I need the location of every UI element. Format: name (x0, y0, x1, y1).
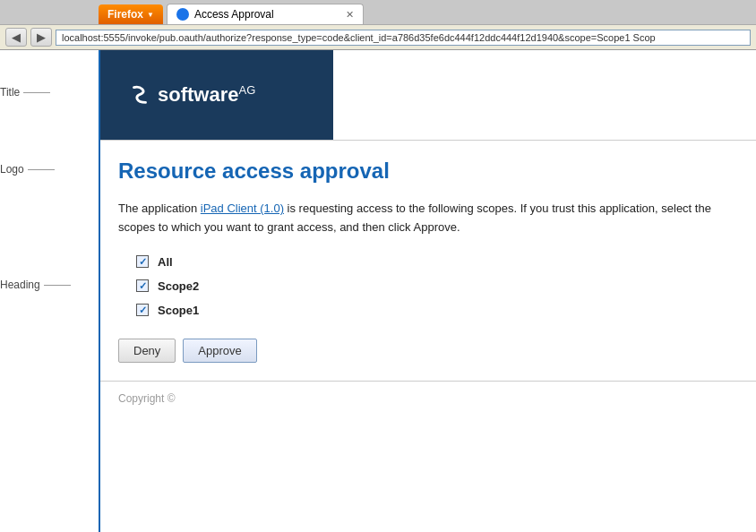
scope-item-scope1: Scope1 (136, 304, 729, 317)
heading-label: Heading (0, 279, 99, 291)
button-row: Deny Approve (118, 339, 729, 363)
browser-chrome: Firefox ▼ Access Approval ✕ ◀ ▶ (0, 0, 756, 50)
scope-checkbox-scope1[interactable] (136, 304, 149, 316)
page-heading: Resource access approval (118, 159, 729, 184)
content-area: Resource access approval The application… (100, 141, 756, 381)
scope-item-all: All (136, 255, 729, 269)
page-wrapper: Title Logo Heading Footer softwareAG Res… (0, 50, 756, 532)
app-link[interactable]: iPad Client (1.0) (201, 202, 284, 215)
address-bar-row: ◀ ▶ (0, 24, 756, 49)
title-label: Title (0, 86, 99, 99)
tab-close-button[interactable]: ✕ (346, 9, 354, 21)
scope-label-scope2: Scope2 (158, 279, 199, 293)
tab-favicon (176, 8, 189, 21)
brand-name: softwareAG (158, 83, 255, 107)
scope-label-scope1: Scope1 (158, 304, 199, 317)
scope-label-all: All (158, 255, 173, 269)
sidebar-labels: Title Logo Heading Footer (0, 50, 99, 532)
logo-label: Logo (0, 163, 99, 176)
copyright-text: Copyright © (118, 392, 176, 405)
firefox-label: Firefox (107, 8, 143, 21)
scope-list: All Scope2 Scope1 (136, 255, 729, 317)
tab-bar: Firefox ▼ Access Approval ✕ (0, 0, 756, 24)
dropdown-arrow-icon: ▼ (147, 11, 154, 19)
firefox-menu-button[interactable]: Firefox ▼ (99, 4, 163, 24)
deny-button[interactable]: Deny (118, 339, 176, 363)
footer-area: Copyright © (100, 382, 756, 416)
main-content: softwareAG Resource access approval The … (99, 50, 756, 532)
address-input[interactable] (56, 30, 751, 46)
back-button[interactable]: ◀ (5, 28, 27, 47)
scope-checkbox-scope2[interactable] (136, 279, 149, 292)
description-text: The application iPad Client (1.0) is req… (118, 200, 729, 237)
tab-title: Access Approval (194, 8, 274, 21)
active-tab[interactable]: Access Approval ✕ (167, 4, 364, 24)
scope-checkbox-all[interactable] (136, 255, 149, 268)
approve-button[interactable]: Approve (183, 339, 256, 363)
scope-item-scope2: Scope2 (136, 279, 729, 293)
forward-button[interactable]: ▶ (30, 28, 52, 47)
logo: softwareAG (127, 82, 255, 107)
logo-area: softwareAG (100, 50, 333, 140)
software-ag-logo-icon (127, 82, 152, 107)
